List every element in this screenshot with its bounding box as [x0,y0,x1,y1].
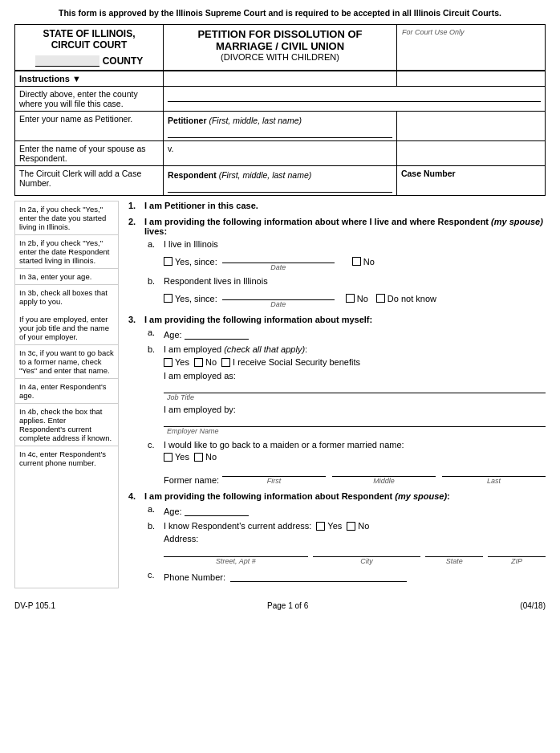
sub-2b-no-checkbox[interactable] [346,294,355,303]
blank-top-cell [164,71,397,87]
sub-4b-yes-checkbox[interactable] [316,522,325,531]
former-name-row: Former name: First Middle [164,465,546,485]
zip-input[interactable] [488,545,546,557]
title-line3: (DIVORCE WITH CHILDREN) [168,52,392,62]
sub-2b-content: Respondent lives in Illinois Yes, since:… [164,276,546,308]
sub-2a-no-checkbox-item: No [352,257,375,267]
sub-3b-yes-checkbox[interactable] [164,358,172,367]
sub-4b-letter: b. [148,521,164,531]
sub-2b-letter: b. [148,276,164,286]
phone-number-input[interactable] [230,570,407,582]
sub-2b: b. Respondent lives in Illinois Yes, sin… [148,276,546,308]
sub-2b-donotknow-checkbox[interactable] [376,294,385,303]
item-3-num: 3. [128,315,144,324]
top-notice: This form is approved by the Illinois Su… [14,8,546,18]
sub-2a-no-checkbox[interactable] [352,257,361,266]
sub-3c-no-checkbox-item: No [194,452,217,462]
county-label: COUNTY [103,55,144,67]
job-title-input[interactable] [164,381,546,393]
state-input[interactable] [425,545,483,557]
sub-2b-date-input[interactable] [222,288,335,300]
employer-name-input[interactable] [164,415,546,427]
state-field: State [425,545,483,565]
street-field: Street, Apt # [164,545,308,565]
respondent-input[interactable] [168,180,392,193]
versus-right-cell [396,141,545,166]
sub-3a-letter: a. [148,328,164,337]
respondent-label: Respondent (First, middle, last name) [168,170,392,180]
sub-2a-date-input[interactable] [222,251,335,263]
sub-2a-content: I live in Illinois Yes, since: Date [164,239,546,271]
item-4-text: I am providing the following information… [144,491,450,501]
street-input[interactable] [164,545,308,557]
sidebar-item-4b: In 4b, check the box that applies. Enter… [15,404,118,446]
sidebar-item-4a: In 4a, enter Respondent's age. [15,379,118,404]
sub-4c: c. Phone Number: [148,570,546,582]
form-number: DV-P 105.1 [14,601,55,610]
former-last-input[interactable] [442,465,546,477]
sub-4b-yes-checkbox-item: Yes [316,521,342,531]
sub-3c-yes-checkbox-item: Yes [164,452,189,462]
sub-2b-donotknow-checkbox-item: Do not know [376,294,436,303]
former-first-field: First [222,465,326,485]
instr-respondent: Enter the name of your spouse as Respond… [15,141,164,166]
sub-2a-date-field: Date [222,251,335,271]
petitioner-right-cell [396,112,545,141]
former-middle-input[interactable] [332,465,436,477]
item-2-num: 2. [128,217,144,226]
item-2-text: I am providing the following information… [144,217,546,236]
item-3-text: I am providing the following information… [144,315,372,324]
sub-3c-no-checkbox[interactable] [194,453,203,462]
sub-3b-employed-as: I am employed as: Job Title [164,371,546,401]
sub-3c-letter: c. [148,440,164,450]
court-use-cell: For Court Use Only [396,25,545,71]
sub-3b-no-checkbox-item: No [194,357,217,367]
respondent-field-cell: Respondent (First, middle, last name) [164,166,397,196]
court-use-text: For Court Use Only [402,28,540,36]
former-first-input[interactable] [222,465,326,477]
former-middle-field: Middle [332,465,436,485]
sub-3c-content: I would like to go back to a maiden or a… [164,440,546,485]
item-3: 3. I am providing the following informat… [128,315,546,485]
petitioner-input[interactable] [168,125,392,138]
former-name-fields: First Middle Last [222,465,546,485]
sub-3b-no-checkbox[interactable] [194,358,203,367]
instr-petitioner: Enter your name as Petitioner. [15,112,164,141]
item-1: 1. I am Petitioner in this case. [128,201,546,210]
item-4: 4. I am providing the following informat… [128,491,546,582]
sub-2b-yes-checkbox[interactable] [164,294,172,303]
sub-3c-yes-checkbox[interactable] [164,453,172,462]
sub-2a-yes-checkbox[interactable] [164,257,172,266]
instructions-header: Instructions ▼ [19,74,81,83]
sidebar-item-2a: In 2a, if you check "Yes," enter the dat… [15,201,118,235]
title-line1: PETITION FOR DISSOLUTION OF [168,28,392,40]
sub-4b-no-checkbox-item: No [347,521,369,531]
sub-3b-ss-checkbox[interactable] [221,358,230,367]
sidebar-item-3b: In 3b, check all boxes that apply to you… [15,285,118,345]
county-input-field[interactable] [35,55,99,67]
sub-3a-content: Age: [164,328,546,340]
sub-2a-yes-checkbox-item: Yes, since: [164,257,217,267]
instr-county: Directly above, enter the county where y… [15,87,164,112]
sub-4b: b. I know Respondent's current address: … [148,521,546,565]
county-value-input[interactable] [168,89,541,102]
sidebar-item-4c: In 4c, enter Respondent's current phone … [15,446,118,470]
zip-field: ZIP [488,545,546,565]
instructions-header-cell: Instructions ▼ [15,71,164,87]
city-field: City [313,545,421,565]
page-number: Page 1 of 6 [267,601,308,610]
sub-4b-no-checkbox[interactable] [347,522,355,531]
blank-top-right [396,71,545,87]
sub-4a-letter: a. [148,504,164,514]
petitioner-age-input[interactable] [185,328,249,340]
footer: DV-P 105.1 Page 1 of 6 (04/18) [14,601,546,610]
respondent-age-input[interactable] [185,504,249,516]
case-number-cell: Case Number [396,166,545,196]
state-cell: STATE OF ILLINOIS, CIRCUIT COURT COUNTY [15,25,164,71]
sidebar-item-3c: In 3c, if you want to go back to a forme… [15,345,118,379]
sidebar-item-2b: In 2b, if you check "Yes," enter the dat… [15,235,118,269]
title-line2: MARRIAGE / CIVIL UNION [168,40,392,52]
city-input[interactable] [313,545,421,557]
title-cell: PETITION FOR DISSOLUTION OF MARRIAGE / C… [164,25,397,71]
county-field-cell [164,87,546,112]
